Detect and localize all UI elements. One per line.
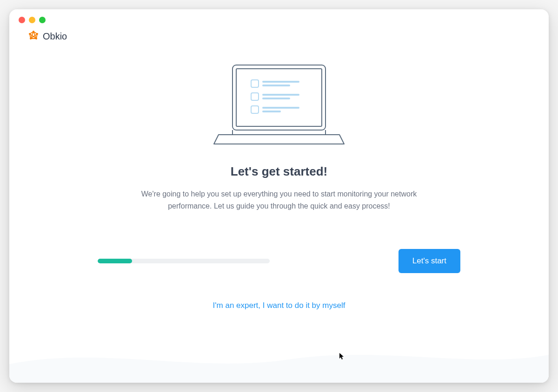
svg-rect-17 <box>262 111 281 112</box>
onboarding-heading: Let's get started! <box>231 164 327 179</box>
svg-rect-14 <box>262 98 290 99</box>
progress-fill <box>98 259 132 263</box>
onboarding-main: Let's get started! We're going to help y… <box>28 51 530 310</box>
brand-name: Obkio <box>43 31 67 42</box>
laptop-illustration-icon <box>205 60 353 150</box>
app-window: Obkio <box>9 9 549 383</box>
brand-logo-icon <box>28 31 39 42</box>
mouse-cursor-icon <box>339 353 345 362</box>
svg-point-3 <box>35 38 37 39</box>
skip-onboarding-link[interactable]: I'm an expert, I want to do it by myself <box>213 301 345 310</box>
onboarding-description: We're going to help you set up everythin… <box>121 188 437 212</box>
brand: Obkio <box>28 31 530 42</box>
svg-rect-15 <box>251 106 259 113</box>
svg-rect-9 <box>251 80 259 87</box>
lets-start-button[interactable]: Let's start <box>399 249 460 273</box>
svg-point-2 <box>29 33 31 35</box>
svg-point-1 <box>36 33 38 35</box>
progress-bar <box>98 259 270 263</box>
svg-rect-16 <box>262 107 299 109</box>
svg-rect-12 <box>251 93 259 100</box>
background-wave-decoration <box>9 327 549 383</box>
svg-rect-11 <box>262 85 290 86</box>
svg-point-4 <box>30 38 32 39</box>
maximize-window-button[interactable] <box>39 17 46 23</box>
minimize-window-button[interactable] <box>29 17 35 23</box>
content-area: Obkio <box>9 31 549 329</box>
svg-rect-13 <box>262 94 299 96</box>
action-row: Let's start <box>98 249 460 273</box>
svg-rect-10 <box>262 81 299 83</box>
close-window-button[interactable] <box>19 17 25 23</box>
svg-point-0 <box>33 31 34 33</box>
window-title-bar <box>9 9 549 31</box>
